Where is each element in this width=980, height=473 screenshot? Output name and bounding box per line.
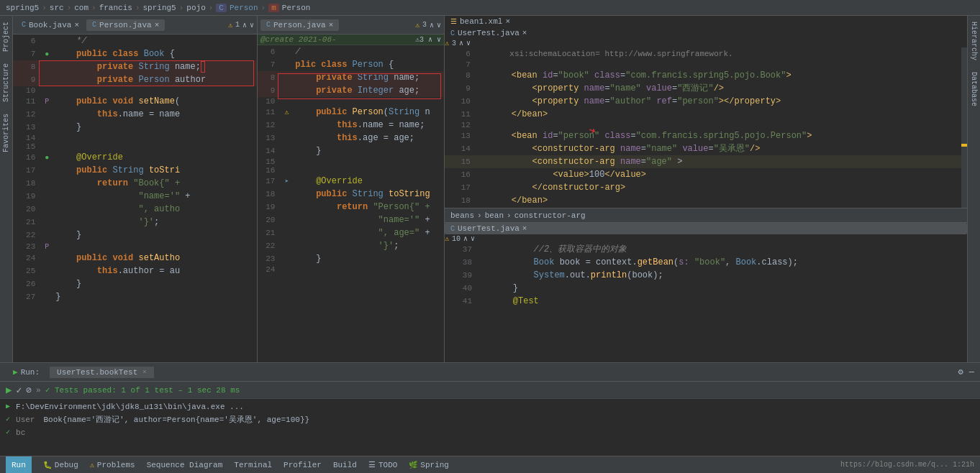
usertest-code-content[interactable]: 37 //2、获取容器中的对象 38 Book book = context.g… (445, 243, 967, 362)
table-row: 10 (13, 86, 257, 95)
table-row: 22 } (13, 229, 257, 242)
sidebar-item-structure[interactable]: Structure (2, 60, 10, 105)
table-row: 10 <property name="author" ref="person">… (445, 95, 967, 108)
status-debug[interactable]: 🐛 Debug (43, 461, 78, 469)
warn-count-mid: 3 (422, 21, 427, 29)
tab-bean1-xml[interactable]: ☰ bean1.xml × (445, 16, 967, 27)
xml-scrollbar[interactable] (961, 47, 967, 208)
tab-person-java-middle[interactable]: C Person.java × (260, 19, 339, 31)
table-row: 18 </bean> (445, 194, 967, 207)
breadcrumb-person-method[interactable]: Person (282, 4, 311, 12)
book-code-lines: 6 */ 7 ● public class Book { 8 (13, 35, 257, 303)
table-row: 15 (13, 142, 257, 151)
left-sidebar: Project Structure Favorites (0, 16, 13, 362)
sidebar-item-favorites[interactable]: Favorites (2, 111, 10, 155)
tab-usertest-java[interactable]: C UserTest.java × (445, 223, 967, 234)
table-row: 9 private Person author (13, 73, 257, 86)
breadcrumb-pojo[interactable]: pojo (186, 4, 205, 12)
status-run[interactable]: Run (6, 456, 32, 473)
table-row: 23 P (13, 242, 257, 252)
status-build[interactable]: Build (333, 461, 357, 469)
sidebar-item-project[interactable]: Project (2, 19, 10, 55)
breadcrumb-francis[interactable]: francis (99, 4, 132, 12)
xml-code-content[interactable]: 6 xsi:schemaLocation= http://www.springf… (445, 47, 967, 208)
book-tab-icon: C (22, 21, 26, 29)
list-item: ▶ F:\DevEnvironment\jdk\jdk8_u131\bin\ja… (6, 400, 974, 413)
list-item: ✓ User Book{name='西游记', author=Person{na… (6, 413, 974, 426)
person-left-tab-close[interactable]: × (155, 21, 160, 29)
breadcrumb-constructor-arg: constructor-arg (514, 211, 586, 220)
table-row: 17 </constructor-arg> (445, 181, 967, 194)
table-row: 13 } (13, 121, 257, 134)
person-mid-tab-close[interactable]: × (329, 21, 334, 29)
settings-icon[interactable]: ⚙ (958, 367, 963, 377)
table-row: 6 / (258, 45, 444, 58)
status-problems[interactable]: ⚠ Problems (90, 461, 135, 469)
table-row: 13 <bean id="person" class="com.francis.… (445, 129, 967, 142)
status-terminal-label: Terminal (234, 461, 272, 469)
run-stop-button[interactable]: ⊘ (26, 385, 32, 396)
status-profiler[interactable]: Profiler (283, 461, 322, 469)
breadcrumb-method-icon: m (268, 4, 279, 12)
output-run-icon: ▶ (6, 400, 10, 413)
list-item: ✓ bc (6, 426, 974, 439)
table-row: 13 this.age = age; (258, 132, 444, 144)
table-row: 18 return "Book{" + (13, 177, 257, 190)
minimize-icon[interactable]: — (969, 367, 974, 377)
tab-usertest-top[interactable]: C UserTest.java × (445, 27, 967, 39)
table-row: 10 (258, 97, 444, 106)
table-row: 15 <constructor-arg name="age" > (445, 155, 967, 168)
usertest-top-tab-icon: C (450, 29, 455, 37)
person-code-content[interactable]: @create 2021-06- ⚠3 ∧ ∨ 6 / 7 plic class… (258, 35, 444, 362)
breadcrumb-person-class[interactable]: Person (230, 4, 258, 12)
book-code-content[interactable]: 6 */ 7 ● public class Book { 8 (13, 35, 257, 362)
nav-down-mid[interactable]: ∨ (437, 21, 441, 29)
nav-down-left[interactable]: ∨ (250, 21, 254, 29)
warn-count-left: 1 (235, 21, 240, 29)
breadcrumb-spring5[interactable]: spring5 (6, 4, 39, 12)
table-row: 14 <constructor-arg name="name" value="吴… (445, 142, 967, 155)
status-terminal[interactable]: Terminal (234, 461, 272, 469)
xml-panel-wrapper: ☰ bean1.xml × C UserTest.java × ⚠ 3 ∧ ∨ (445, 16, 967, 222)
person-java-panel: C Person.java × ⚠ 3 ∧ ∨ @create 2021-06-… (258, 16, 445, 362)
breadcrumb-com[interactable]: com (74, 4, 89, 12)
run-check-button[interactable]: ✓ (16, 385, 22, 396)
xml-panel-tab-bar: ☰ bean1.xml × C UserTest.java × ⚠ 3 ∧ ∨ (445, 16, 967, 47)
status-spring[interactable]: 🌿 Spring (409, 461, 449, 469)
tab-person-java-left[interactable]: C Person.java × (86, 19, 165, 31)
table-row: 21 '}'; (13, 216, 257, 229)
usertest-panel-tab-bar: C UserTest.java × ⚠ 10 ∧ ∨ (445, 223, 967, 243)
sidebar-item-database[interactable]: Database (970, 69, 978, 109)
nav-up-left[interactable]: ∧ (242, 21, 247, 29)
output-user-label: User (16, 413, 35, 426)
usertest-top-tab-close[interactable]: × (522, 29, 527, 37)
editors-container: C Book.java × C Person.java × ⚠ 1 ∧ ∨ (13, 16, 967, 362)
table-row: 17 public String toStri (13, 164, 257, 177)
status-todo[interactable]: ☰ TODO (368, 460, 397, 469)
run-play-button[interactable]: ▶ (6, 384, 12, 396)
table-row: 25 this.author = au (13, 265, 257, 277)
nav-down-xml[interactable]: ∨ (466, 39, 471, 47)
status-sequence[interactable]: Sequence Diagram (147, 461, 223, 469)
run-tab-label[interactable]: ▶ Run: (6, 366, 47, 378)
table-row: 17 ➤ @Override (258, 175, 444, 188)
xml-tab-close[interactable]: × (505, 17, 510, 26)
usertest-code-lines: 37 //2、获取容器中的对象 38 Book book = context.g… (445, 243, 967, 308)
nav-up-usertest[interactable]: ∧ (463, 234, 468, 243)
run-tab-test[interactable]: UserTest.bookTest × (50, 367, 154, 378)
warn-count-usertest: 10 (452, 235, 460, 243)
breadcrumb-bar: spring5 › src › com › francis › spring5 … (0, 0, 980, 16)
breadcrumb-src[interactable]: src (50, 4, 64, 12)
sidebar-item-hierarchy[interactable]: Hierarchy (970, 19, 978, 63)
nav-down-usertest[interactable]: ∨ (471, 234, 475, 243)
nav-up-mid[interactable]: ∧ (430, 21, 434, 29)
breadcrumb-spring5-2[interactable]: spring5 (143, 4, 176, 12)
breadcrumb-beans: beans (450, 211, 474, 220)
book-tab-close[interactable]: × (74, 21, 79, 29)
tab-book-java[interactable]: C Book.java × (16, 19, 85, 31)
run-tab-close[interactable]: × (142, 369, 146, 376)
usertest-tab-close[interactable]: × (522, 224, 527, 233)
table-row: 12 this.name = name (13, 108, 257, 121)
nav-up-xml[interactable]: ∧ (459, 39, 463, 47)
output-lines: ▶ F:\DevEnvironment\jdk\jdk8_u131\bin\ja… (0, 399, 980, 456)
